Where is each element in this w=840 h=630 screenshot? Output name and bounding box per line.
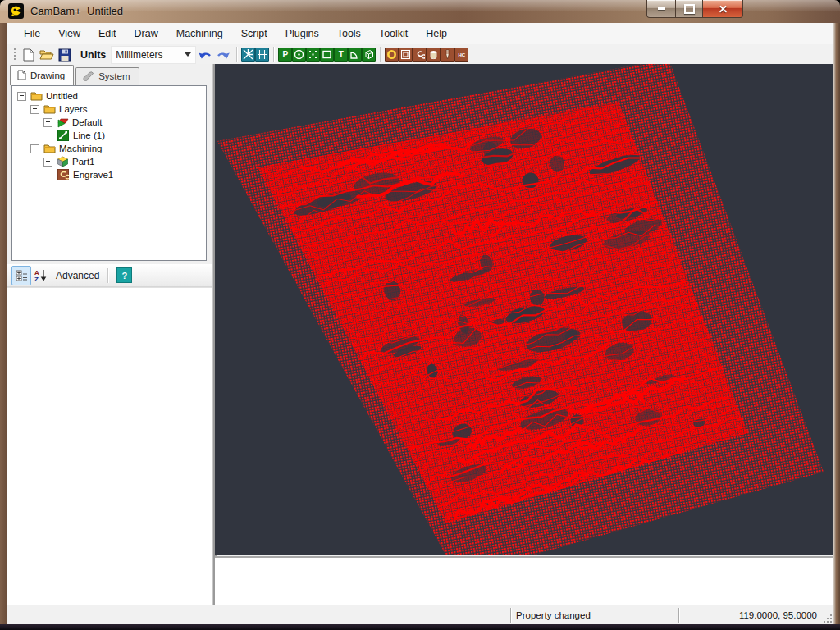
folder-icon [30,89,43,103]
lathe-icon[interactable] [427,48,441,62]
help-button[interactable]: ? [116,267,132,283]
tree-label: Engrave1 [73,170,113,180]
text-glyph: T [339,50,344,59]
wrench-icon [83,71,94,81]
toolbar-grip[interactable] [13,48,16,62]
engrave-op-icon [57,168,70,181]
tree-label: Part1 [72,157,95,167]
layer-icon [56,116,69,129]
status-pane-main [7,605,510,624]
origin-axes-icon[interactable] [241,48,255,62]
polyline-icon[interactable]: P [278,48,292,62]
units-label: Units [80,49,106,61]
collapse-icon[interactable] [43,158,52,167]
collapse-icon[interactable] [30,105,39,114]
tree-label: Layers [59,104,88,114]
toolbar-separator [380,47,381,62]
window-controls [646,0,743,18]
window-title: CamBam+ Untitled [30,5,123,17]
collapse-icon[interactable] [17,92,26,101]
redo-icon[interactable] [216,48,231,62]
tree-item-default-layer[interactable]: Default [12,116,206,129]
menu-plugins[interactable]: Plugins [276,25,328,43]
tree-item-untitled[interactable]: Untitled [12,89,206,103]
rectangle-icon[interactable] [320,48,334,62]
categorized-button[interactable] [11,266,31,285]
tree-item-layers[interactable]: Layers [12,103,206,116]
tree-item-line[interactable]: Line (1) [12,129,206,142]
tree-label: Untitled [46,91,78,101]
circle-icon[interactable] [292,48,306,62]
gcode-icon[interactable]: HC [454,48,468,62]
drill-icon[interactable] [441,48,454,62]
minimize-icon [658,7,665,10]
tab-system[interactable]: System [75,67,139,85]
pocket-icon[interactable] [399,48,413,62]
menu-tools[interactable]: Tools [328,25,370,43]
message-panel[interactable] [215,556,833,606]
chevron-down-icon [185,52,191,57]
status-pane-message: Property changed [510,608,678,623]
application-window: CamBam+ Untitled File View Edit Draw Mac… [0,0,840,630]
close-icon [719,4,728,13]
svg-text:Z: Z [34,276,39,281]
tree-label: Default [72,117,102,127]
categorized-icon [16,270,28,281]
left-panel: Drawing System Untitled Layers [7,64,212,605]
surface-icon[interactable] [362,48,376,62]
resize-grip[interactable] [822,605,833,624]
toolpath-wireframe [215,64,833,555]
menu-edit[interactable]: Edit [89,25,126,43]
polyline-glyph: P [282,50,288,59]
toolbar-separator [273,47,274,62]
alphabetical-button[interactable]: A Z [31,267,49,285]
collapse-icon[interactable] [30,144,39,153]
engrave-icon[interactable] [413,48,427,62]
menu-view[interactable]: View [49,25,89,43]
folder-icon [43,103,56,116]
tab-strip: Drawing System [10,66,139,85]
status-bar: Property changed 119.0000, 95.0000 [7,605,833,624]
new-file-icon[interactable] [21,48,36,62]
line-entity-icon [57,129,70,142]
grid-icon[interactable] [255,48,269,62]
maximize-button[interactable] [676,0,703,18]
menu-bar: File View Edit Draw Machining Script Plu… [7,23,833,44]
menu-toolkit[interactable]: Toolkit [370,25,417,43]
points-icon[interactable] [306,48,320,62]
tab-drawing[interactable]: Drawing [10,65,74,85]
units-combobox[interactable]: Millimeters [111,46,196,64]
undo-icon[interactable] [198,48,212,62]
tree-item-engrave1[interactable]: Engrave1 [12,168,206,181]
window-frame-bottom [0,624,840,630]
tab-drawing-label: Drawing [30,71,65,80]
minimize-button[interactable] [646,0,676,18]
menu-draw[interactable]: Draw [126,25,167,43]
tree-item-machining[interactable]: Machining [12,142,206,155]
profile-icon[interactable] [385,48,399,62]
open-folder-icon[interactable] [39,48,54,62]
app-logo-icon [8,3,24,19]
window-frame-left [0,23,7,624]
tree-item-part1[interactable]: Part1 [12,155,206,168]
advanced-button[interactable]: Advanced [56,270,99,281]
maximize-icon [684,4,695,14]
question-icon: ? [122,271,128,281]
sort-az-icon: A Z [34,269,47,281]
menu-machining[interactable]: Machining [167,25,232,43]
collapse-icon[interactable] [43,118,52,127]
menu-script[interactable]: Script [232,25,276,43]
property-grid-empty[interactable] [7,287,212,605]
text-icon[interactable]: T [334,48,348,62]
arc-icon[interactable] [348,48,362,62]
close-button[interactable] [703,0,743,18]
save-icon[interactable] [57,48,72,62]
tree-label: Machining [59,144,102,153]
drawing-tree: Untitled Layers Default Line (1) [11,85,207,261]
menu-help[interactable]: Help [417,25,456,43]
part-icon [56,155,69,168]
units-value: Millimeters [112,49,185,61]
property-grid-toolbar: A Z Advanced ? [7,264,212,287]
3d-viewport[interactable] [215,64,833,555]
menu-file[interactable]: File [15,25,49,43]
